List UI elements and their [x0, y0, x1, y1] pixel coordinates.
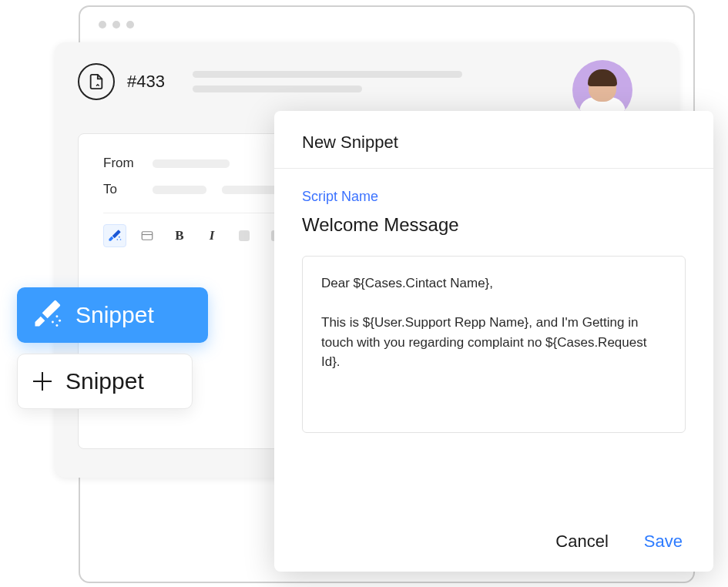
svg-point-7: [52, 321, 54, 324]
placeholder-chip: [153, 186, 206, 194]
script-name-label: Script Name: [302, 189, 686, 205]
snippet-primary-label: Snippet: [75, 302, 154, 328]
plus-icon: [32, 371, 53, 392]
placeholder-lines: [193, 71, 462, 92]
cancel-button[interactable]: Cancel: [555, 532, 608, 552]
snippet-tool-button[interactable]: [103, 224, 126, 247]
svg-point-2: [120, 239, 122, 240]
modal-header: New Snippet: [274, 111, 713, 169]
new-snippet-modal: New Snippet Script Name Welcome Message …: [274, 111, 713, 572]
case-icon: [78, 63, 115, 100]
svg-point-0: [119, 236, 120, 238]
bold-button[interactable]: B: [168, 224, 191, 247]
modal-body: Script Name Welcome Message Dear ${Cases…: [274, 169, 713, 453]
italic-button[interactable]: I: [200, 224, 223, 247]
save-button[interactable]: Save: [644, 532, 683, 552]
svg-point-8: [55, 324, 58, 327]
modal-title: New Snippet: [302, 132, 686, 153]
window-controls: [99, 21, 134, 29]
from-label: From: [103, 156, 137, 171]
window-dot: [99, 21, 106, 29]
case-number: #433: [127, 72, 165, 92]
snippet-secondary-button[interactable]: Snippet: [17, 354, 193, 409]
placeholder-line: [193, 71, 462, 78]
window-dot: [112, 21, 120, 29]
script-name-input[interactable]: Welcome Message: [302, 214, 686, 236]
case-header: #433: [78, 63, 656, 100]
toolbar-placeholder[interactable]: [233, 224, 256, 247]
snippet-secondary-label: Snippet: [65, 368, 144, 394]
svg-rect-3: [142, 232, 153, 240]
placeholder-chip: [153, 159, 230, 168]
pen-sparkle-icon: [31, 297, 65, 334]
modal-footer: Cancel Save: [555, 532, 683, 552]
svg-point-1: [117, 239, 119, 240]
placeholder-line: [193, 86, 362, 92]
svg-point-6: [59, 320, 61, 322]
svg-point-5: [55, 315, 58, 317]
to-label: To: [103, 182, 137, 197]
card-tool-button[interactable]: [136, 224, 159, 247]
snippet-primary-button[interactable]: Snippet: [17, 287, 208, 343]
window-dot: [126, 21, 134, 29]
snippet-body-textarea[interactable]: Dear ${Cases.Cintact Name}, This is ${Us…: [302, 256, 686, 433]
